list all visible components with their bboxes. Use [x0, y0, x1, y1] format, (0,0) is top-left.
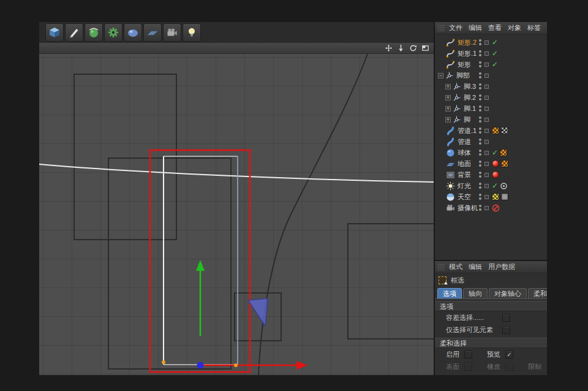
spline-primitive-button[interactable] [85, 23, 103, 42]
vertex-point-left[interactable] [162, 360, 165, 364]
viewport-canvas[interactable] [39, 54, 434, 375]
menu-edit[interactable]: 编辑 [466, 23, 485, 32]
rotate-view-icon[interactable] [409, 44, 417, 52]
large-curve[interactable] [258, 54, 368, 375]
green-check-tag-icon[interactable]: ✓ [492, 182, 498, 189]
x-axis-arrow[interactable] [203, 361, 307, 370]
object-row[interactable]: 摄像机 [435, 202, 547, 213]
layer-square[interactable] [484, 107, 489, 111]
green-check-tag-icon[interactable]: ✓ [492, 50, 498, 57]
dolly-view-icon[interactable] [397, 44, 405, 52]
object-row[interactable]: 矩形✓ [435, 59, 547, 70]
environment-floor-button[interactable] [143, 23, 162, 42]
layer-square[interactable] [484, 206, 489, 210]
visibility-dots[interactable] [479, 172, 481, 178]
object-row[interactable]: 地面 [435, 158, 547, 169]
tab-对象轴心[interactable]: 对象轴心 [489, 288, 527, 298]
texture-tag-icon[interactable] [492, 127, 499, 134]
visibility-dots[interactable] [479, 127, 481, 134]
origin-point[interactable] [197, 362, 204, 369]
layer-square[interactable] [484, 162, 489, 166]
texture-tag-icon[interactable] [501, 160, 508, 167]
visibility-dots[interactable] [479, 116, 481, 123]
menu-edit-attr[interactable]: 编辑 [466, 262, 485, 271]
vertex-point-right[interactable] [234, 363, 238, 367]
object-row[interactable]: 管道.1 [435, 125, 547, 136]
flag-marker[interactable] [248, 298, 268, 326]
wireframe-rect-left[interactable] [74, 74, 176, 240]
panel-grip-icon[interactable] [437, 264, 444, 271]
menu-file[interactable]: 文件 [446, 23, 466, 32]
green-check-tag-icon[interactable]: ✓ [492, 149, 498, 156]
visible-only-checkbox[interactable] [502, 326, 510, 334]
object-row[interactable]: +脚 [435, 114, 547, 125]
object-row[interactable]: 管道 [435, 136, 547, 147]
visibility-dots[interactable] [479, 61, 481, 67]
layer-square[interactable] [484, 74, 489, 78]
texture-tag-yellow-icon[interactable] [492, 193, 499, 200]
object-row[interactable]: 球体✓ [435, 147, 547, 158]
menu-view[interactable]: 查看 [485, 23, 505, 32]
layer-square[interactable] [484, 184, 489, 188]
texture-tag-icon[interactable] [500, 149, 507, 156]
expand-icon[interactable]: + [445, 117, 451, 123]
wireframe-rect-right[interactable] [348, 224, 434, 339]
add-cube-primitive-button[interactable] [45, 23, 64, 42]
add-light-button[interactable] [183, 23, 201, 42]
generators-button[interactable] [104, 23, 123, 42]
visibility-dots[interactable] [479, 150, 481, 156]
texture-tag-dark-icon[interactable] [501, 127, 508, 134]
preview-checkbox[interactable]: ✓ [505, 351, 513, 359]
tolerance-checkbox[interactable] [502, 314, 510, 322]
object-row[interactable]: +脚.1 [435, 103, 547, 114]
add-camera-button[interactable] [163, 23, 181, 42]
tab-选项[interactable]: 选项 [437, 288, 462, 298]
visibility-dots[interactable] [479, 50, 481, 56]
target-tag-icon[interactable] [500, 182, 508, 190]
layer-square[interactable] [484, 96, 489, 100]
menu-user-data[interactable]: 用户数据 [485, 262, 518, 271]
visibility-dots[interactable] [479, 39, 481, 45]
surface-checkbox[interactable] [464, 363, 472, 371]
menu-object[interactable]: 对象 [505, 23, 524, 32]
enable-checkbox[interactable] [464, 351, 472, 359]
green-check-tag-icon[interactable]: ✓ [492, 61, 498, 68]
object-row[interactable]: 灯光✓ [435, 180, 547, 191]
visibility-dots[interactable] [479, 94, 481, 101]
visibility-dots[interactable] [479, 205, 481, 211]
no-entry-tag-icon[interactable] [492, 204, 500, 212]
spline-pen-tool-button[interactable] [65, 23, 83, 42]
menu-mode[interactable]: 模式 [446, 262, 466, 271]
material-ball-red-icon[interactable] [492, 171, 499, 178]
tab-轴向[interactable]: 轴向 [463, 288, 488, 298]
layer-square[interactable] [484, 140, 489, 144]
visibility-dots[interactable] [479, 194, 481, 200]
object-row[interactable]: 矩形.1✓ [435, 48, 547, 59]
green-check-tag-icon[interactable]: ✓ [492, 39, 498, 46]
material-ball-red-icon[interactable] [492, 160, 499, 167]
layer-square[interactable] [484, 173, 489, 177]
layer-square[interactable] [484, 40, 489, 45]
toggle-view-icon[interactable] [421, 44, 429, 52]
deformers-button[interactable] [124, 23, 142, 42]
texture-tag-gray-icon[interactable] [501, 193, 508, 200]
object-row[interactable]: 背景 [435, 169, 547, 180]
object-row[interactable]: 天空 [435, 191, 547, 202]
expand-icon[interactable]: + [445, 84, 451, 89]
layer-square[interactable] [484, 151, 489, 155]
expand-icon[interactable]: + [445, 106, 451, 112]
layer-square[interactable] [484, 85, 489, 89]
visibility-dots[interactable] [479, 72, 481, 78]
expand-icon[interactable]: + [445, 95, 451, 101]
layer-square[interactable] [484, 51, 489, 56]
panel-grip-icon[interactable] [437, 25, 444, 32]
tab-柔和选择[interactable]: 柔和选择 [528, 288, 547, 298]
pan-view-icon[interactable] [385, 44, 393, 52]
rubber-checkbox[interactable] [505, 363, 513, 371]
visibility-dots[interactable] [479, 83, 481, 89]
visibility-dots[interactable] [479, 161, 481, 167]
y-axis-arrow[interactable] [196, 260, 205, 336]
layer-square[interactable] [484, 129, 489, 133]
object-row[interactable]: +脚.2 [435, 92, 547, 103]
visibility-dots[interactable] [479, 139, 481, 145]
